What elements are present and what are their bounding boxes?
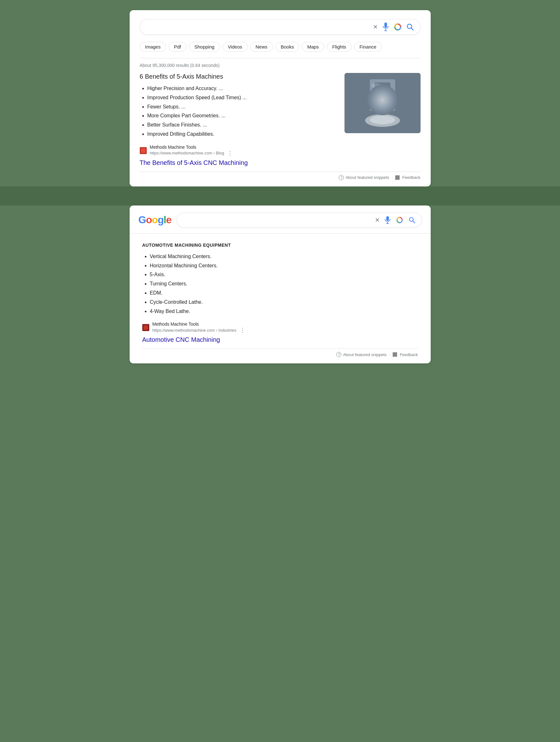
snippet-bullets: Higher Precision and Accuracy. ... Impro… bbox=[140, 84, 337, 139]
bullet2-2: Horizontal Machining Centers. bbox=[150, 261, 418, 270]
google-header: Google automotive industry machine tools… bbox=[130, 206, 431, 234]
source-name: Methods Machine Tools bbox=[150, 145, 233, 150]
source-favicon-2 bbox=[142, 324, 149, 331]
snippet-title-2: AUTOMOTIVE MACHINING EQUIPMENT bbox=[142, 243, 418, 248]
clear-icon-bottom[interactable]: ✕ bbox=[375, 217, 380, 223]
divider-top bbox=[140, 58, 421, 58]
mic-icon-bottom[interactable] bbox=[384, 216, 391, 224]
svg-point-11 bbox=[379, 106, 386, 113]
feedback-label-2[interactable]: Feedback bbox=[400, 352, 418, 357]
about-snippets-2[interactable]: ? About featured snippets bbox=[336, 352, 386, 357]
tab-flights[interactable]: Flights bbox=[327, 42, 351, 52]
bullet2-3: 5-Axis. bbox=[150, 270, 418, 279]
tab-finance[interactable]: Finance bbox=[354, 42, 382, 52]
search-submit-icon-bottom[interactable] bbox=[408, 216, 416, 224]
bullet-1: Higher Precision and Accuracy. ... bbox=[147, 84, 337, 93]
snippet-bullets-2: Vertical Machining Centers. Horizontal M… bbox=[142, 252, 418, 316]
tab-images[interactable]: Images bbox=[140, 42, 166, 52]
source-url: https://www.methodsmachine.com › Blog ⋮ bbox=[150, 150, 233, 157]
snippet-text: 6 Benefits of 5-Axis Machines Higher Pre… bbox=[140, 73, 337, 166]
result-link[interactable]: The Benefits of 5-Axis CNC Machining bbox=[140, 159, 248, 166]
feedback-icon-2 bbox=[393, 352, 397, 357]
search-bar-top[interactable]: benefits of 5 axis machining ✕ bbox=[140, 19, 421, 35]
search-submit-icon[interactable] bbox=[406, 23, 414, 31]
help-icon: ? bbox=[339, 175, 344, 180]
lens-icon-bottom[interactable] bbox=[395, 216, 404, 224]
featured-snippet: 6 Benefits of 5-Axis Machines Higher Pre… bbox=[140, 73, 421, 166]
bullet2-7: 4-Way Bed Lathe. bbox=[150, 307, 418, 316]
result-link-2[interactable]: Automotive CNC Machining bbox=[142, 336, 220, 343]
svg-rect-10 bbox=[379, 89, 386, 108]
snippet-footer-2: ? About featured snippets · Feedback bbox=[142, 349, 418, 357]
feedback-label[interactable]: Feedback bbox=[402, 175, 420, 180]
tab-news[interactable]: News bbox=[250, 42, 273, 52]
clear-icon[interactable]: ✕ bbox=[373, 23, 378, 31]
search-input-top[interactable]: benefits of 5 axis machining bbox=[147, 24, 369, 31]
card2-content: AUTOMOTIVE MACHINING EQUIPMENT Vertical … bbox=[130, 234, 431, 357]
tab-maps[interactable]: Maps bbox=[302, 42, 324, 52]
help-icon-2: ? bbox=[336, 352, 341, 357]
svg-point-12 bbox=[381, 107, 384, 111]
svg-point-15 bbox=[372, 83, 381, 88]
bullet2-1: Vertical Machining Centers. bbox=[150, 252, 418, 261]
bullet-3: Fewer Setups. ... bbox=[147, 102, 337, 112]
snippet-title: 6 Benefits of 5-Axis Machines bbox=[140, 73, 337, 80]
source-info-2: Methods Machine Tools https://www.method… bbox=[153, 322, 245, 333]
search-bar-bottom[interactable]: automotive industry machine tools ✕ bbox=[176, 212, 422, 228]
filter-tabs: Images Pdf Shopping Videos News Books Ma… bbox=[140, 42, 421, 52]
google-logo[interactable]: Google bbox=[138, 214, 171, 226]
top-search-card: benefits of 5 axis machining ✕ bbox=[130, 10, 431, 187]
about-snippets-label-2: About featured snippets bbox=[343, 352, 386, 357]
bullet2-4: Turning Centers. bbox=[150, 279, 418, 288]
tab-shopping[interactable]: Shopping bbox=[189, 42, 220, 52]
feedback-icon bbox=[395, 175, 400, 180]
search-input-bottom[interactable]: automotive industry machine tools bbox=[182, 217, 371, 223]
tab-pdf[interactable]: Pdf bbox=[169, 42, 187, 52]
dot-separator: · bbox=[392, 175, 393, 180]
about-snippets[interactable]: ? About featured snippets bbox=[339, 175, 389, 180]
snippet-footer: ? About featured snippets · Feedback bbox=[140, 171, 421, 180]
source-options-icon[interactable]: ⋮ bbox=[227, 150, 233, 157]
about-snippets-label: About featured snippets bbox=[345, 175, 389, 180]
source-name-2: Methods Machine Tools bbox=[153, 322, 245, 327]
tab-videos[interactable]: Videos bbox=[222, 42, 248, 52]
svg-line-22 bbox=[413, 221, 415, 223]
bullet-2: Improved Production Speed (Lead Times) .… bbox=[147, 93, 337, 102]
svg-point-14 bbox=[370, 115, 395, 124]
divider-band bbox=[0, 187, 560, 206]
svg-point-21 bbox=[409, 217, 413, 221]
tab-books[interactable]: Books bbox=[275, 42, 299, 52]
bullet2-5: EDM. bbox=[150, 288, 418, 298]
source-favicon bbox=[140, 147, 147, 154]
source-row: Methods Machine Tools https://www.method… bbox=[140, 145, 337, 157]
svg-rect-16 bbox=[386, 216, 389, 221]
svg-rect-0 bbox=[384, 22, 387, 28]
snippet-image bbox=[344, 73, 421, 133]
dot-separator-2: · bbox=[389, 352, 390, 357]
lens-icon[interactable] bbox=[394, 23, 402, 31]
source-options-icon-2[interactable]: ⋮ bbox=[239, 327, 245, 333]
bullet-6: Improved Drilling Capabilities. bbox=[147, 130, 337, 139]
bullet2-6: Cycle-Controlled Lathe. bbox=[150, 298, 418, 307]
result-count: About 95,300,000 results (0.64 seconds) bbox=[140, 63, 421, 68]
source-url-2: https://www.methodsmachine.com › Industr… bbox=[153, 327, 245, 333]
bullet-4: More Complex Part Geometries. ... bbox=[147, 111, 337, 120]
source-info: Methods Machine Tools https://www.method… bbox=[150, 145, 233, 157]
bottom-search-card: Google automotive industry machine tools… bbox=[130, 206, 431, 364]
mic-icon[interactable] bbox=[382, 22, 389, 32]
bullet-5: Better Surface Finishes. ... bbox=[147, 120, 337, 130]
svg-line-6 bbox=[411, 28, 413, 30]
source-row-2: Methods Machine Tools https://www.method… bbox=[142, 322, 418, 333]
